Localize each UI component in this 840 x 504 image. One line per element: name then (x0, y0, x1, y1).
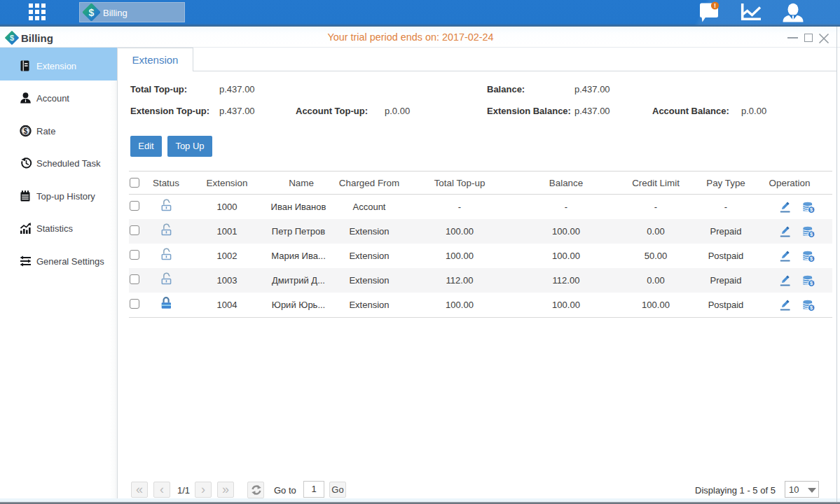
svg-text:$: $ (89, 7, 95, 18)
svg-text:!: ! (714, 2, 716, 9)
svg-text:$: $ (24, 126, 28, 134)
svg-text:$: $ (10, 34, 14, 42)
